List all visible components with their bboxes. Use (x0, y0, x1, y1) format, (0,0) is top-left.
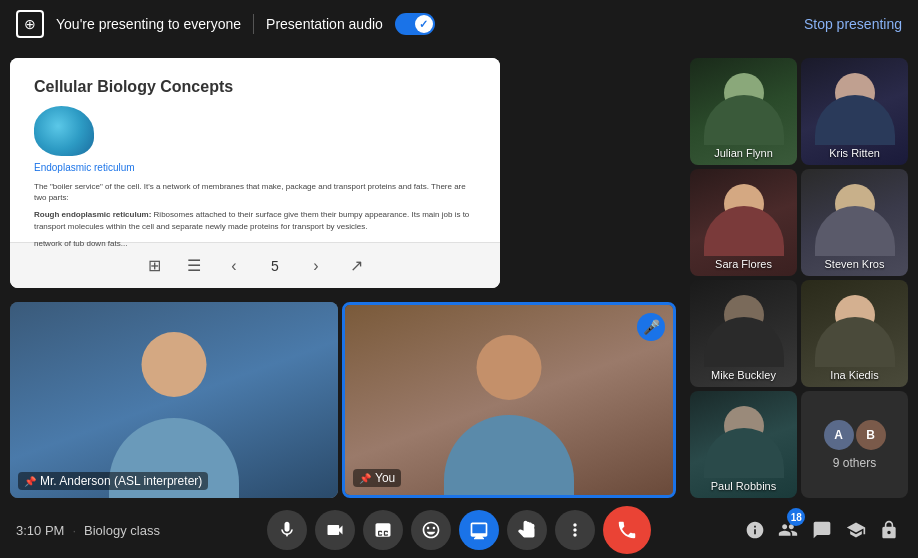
slide-text-2: Rough endoplasmic reticulum: Ribosomes a… (34, 209, 476, 231)
people-badge: 18 (787, 508, 805, 526)
info-button[interactable] (742, 512, 768, 548)
pin-icon-anderson: 📌 (24, 476, 36, 487)
top-bar-left: ⊕ You're presenting to everyone Presenta… (16, 10, 804, 38)
name-you: 📌 You (353, 469, 401, 487)
check-icon: ✓ (419, 18, 428, 31)
right-side-grid: Julian Flynn Kris Ritten Sara Flores Ste… (686, 48, 918, 502)
slide-bold-2: Rough endoplasmic reticulum: (34, 210, 151, 219)
left-side: Cellular Biology Concepts Endoplasmic re… (0, 48, 686, 502)
share-slide-button[interactable]: ↗ (342, 252, 370, 280)
slide-subtitle: Endoplasmic reticulum (34, 162, 476, 173)
next-slide-button[interactable]: › (302, 252, 330, 280)
more-options-button[interactable] (555, 510, 595, 550)
others-avatars: A B (824, 420, 886, 450)
controls-right: 18 (742, 512, 902, 548)
tile-paul-robbins: Paul Robbins (690, 391, 797, 498)
emoji-button[interactable] (411, 510, 451, 550)
speaking-indicator: 🎤 (637, 313, 665, 341)
mic-button[interactable] (267, 510, 307, 550)
present-button[interactable] (459, 510, 499, 550)
video-you (345, 305, 673, 495)
prev-slide-button[interactable]: ‹ (220, 252, 248, 280)
tile-you: 🎤 📌 You (342, 302, 676, 498)
audio-toggle[interactable]: ✓ (395, 13, 435, 35)
time-class-info: 3:10 PM · Biology class (16, 523, 176, 538)
mini-avatar-1: A (824, 420, 854, 450)
controls-center (176, 506, 742, 554)
name-you-text: You (375, 471, 395, 485)
tile-ina-kiedis: Ina Kiedis (801, 280, 908, 387)
safety-button[interactable] (876, 512, 902, 548)
name-anderson-text: Mr. Anderson (ASL interpreter) (40, 474, 202, 488)
chat-button[interactable] (809, 512, 835, 548)
participant-tiles: 📌 Mr. Anderson (ASL interpreter) 🎤 📌 You (0, 302, 686, 502)
present-tab-button[interactable]: ⊞ (140, 252, 168, 280)
captions-button[interactable] (363, 510, 403, 550)
end-call-button[interactable] (603, 506, 651, 554)
stop-presenting-button[interactable]: Stop presenting (804, 16, 902, 32)
mini-avatar-2: B (856, 420, 886, 450)
time-display: 3:10 PM (16, 523, 64, 538)
name-julian-flynn: Julian Flynn (690, 147, 797, 159)
activities-button[interactable] (843, 512, 869, 548)
name-sara-flores: Sara Flores (690, 258, 797, 270)
name-kris-ritten: Kris Ritten (801, 147, 908, 159)
name-ina-kiedis: Ina Kiedis (801, 369, 908, 381)
slide-title: Cellular Biology Concepts (34, 78, 476, 96)
presenting-text: You're presenting to everyone (56, 16, 241, 32)
name-steven-kros: Steven Kros (801, 258, 908, 270)
top-bar: ⊕ You're presenting to everyone Presenta… (0, 0, 918, 48)
raise-hand-button[interactable] (507, 510, 547, 550)
tile-mike-buckley: Mike Buckley (690, 280, 797, 387)
presentation-area: Cellular Biology Concepts Endoplasmic re… (10, 58, 500, 288)
name-mike-buckley: Mike Buckley (690, 369, 797, 381)
bottom-bar: 3:10 PM · Biology class (0, 502, 918, 558)
pin-icon-you: 📌 (359, 473, 371, 484)
slides-list-button[interactable]: ☰ (180, 252, 208, 280)
slide-text-1: The "boiler service" of the cell. It's a… (34, 181, 476, 203)
tile-kris-ritten: Kris Ritten (801, 58, 908, 165)
name-paul-robbins: Paul Robbins (690, 480, 797, 492)
separator: · (72, 523, 76, 538)
video-mr-anderson (10, 302, 338, 498)
tile-julian-flynn: Julian Flynn (690, 58, 797, 165)
slide-content: Cellular Biology Concepts Endoplasmic re… (10, 58, 500, 242)
tile-sara-flores: Sara Flores (690, 169, 797, 276)
toggle-knob: ✓ (415, 15, 433, 33)
divider (253, 14, 254, 34)
name-mr-anderson: 📌 Mr. Anderson (ASL interpreter) (18, 472, 208, 490)
screen-share-icon: ⊕ (16, 10, 44, 38)
others-label: 9 others (833, 456, 876, 470)
cell-image (34, 106, 94, 156)
tile-steven-kros: Steven Kros (801, 169, 908, 276)
audio-label: Presentation audio (266, 16, 383, 32)
class-name: Biology class (84, 523, 160, 538)
camera-button[interactable] (315, 510, 355, 550)
people-button[interactable]: 18 (776, 512, 802, 548)
slide-number: 5 (260, 258, 290, 274)
tile-mr-anderson: 📌 Mr. Anderson (ASL interpreter) (10, 302, 338, 498)
main-area: Cellular Biology Concepts Endoplasmic re… (0, 48, 918, 502)
tile-9-others[interactable]: A B 9 others (801, 391, 908, 498)
